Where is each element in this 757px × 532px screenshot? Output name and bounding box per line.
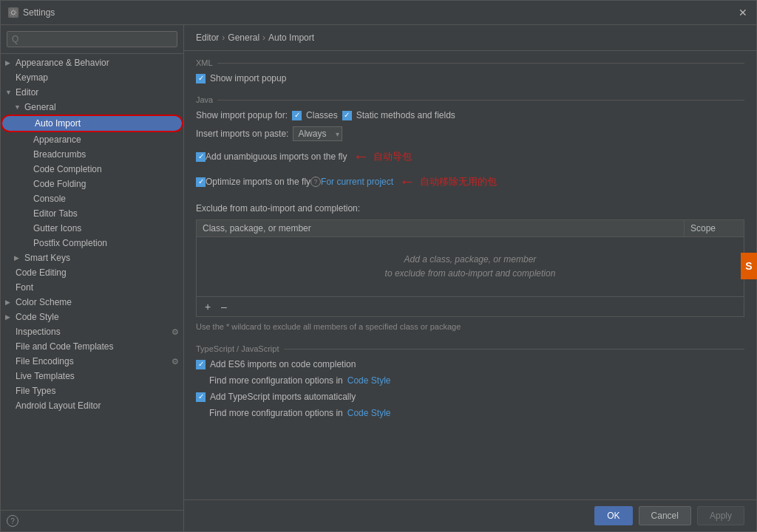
- xml-section: XML ✓ Show import popup: [196, 58, 744, 83]
- java-section: Java Show import popup for: ✓ Classes ✓ …: [196, 95, 744, 191]
- show-import-popup-java-row: Show import popup for: ✓ Classes ✓ Stati…: [196, 110, 744, 120]
- sidebar-item-font[interactable]: Font: [1, 280, 183, 295]
- breadcrumb-editor: Editor: [196, 33, 219, 43]
- table-col-class: Class, package, or member: [197, 220, 685, 236]
- sidebar-item-smart-keys[interactable]: ▶ Smart Keys: [1, 250, 183, 265]
- sidebar-item-general[interactable]: ▼ General: [1, 100, 183, 115]
- sidebar-item-postfix-completion[interactable]: Postfix Completion: [1, 236, 183, 250]
- arrow-icon: ▼: [14, 103, 21, 111]
- file-encodings-settings-icon: ⚙: [172, 357, 179, 366]
- add-es6-label: Add ES6 imports on code completion: [210, 359, 356, 369]
- svg-point-0: [12, 11, 16, 15]
- sidebar-item-console[interactable]: Console: [1, 191, 183, 206]
- search-box: [1, 25, 183, 54]
- titlebar: Settings ✕: [1, 1, 756, 25]
- inspections-settings-icon: ⚙: [172, 327, 179, 337]
- arrow-spacer: [5, 387, 13, 395]
- sidebar-item-file-types[interactable]: File Types: [1, 383, 183, 398]
- arrow-spacer: [24, 120, 32, 127]
- sidebar-item-inspections[interactable]: Inspections ⚙: [1, 324, 183, 339]
- cancel-button[interactable]: Cancel: [639, 506, 691, 525]
- arrow-icon: ▶: [5, 59, 13, 66]
- sidebar-item-live-templates[interactable]: Live Templates: [1, 369, 183, 383]
- for-current-project-label: For current project: [321, 177, 393, 187]
- optimize-imports-help[interactable]: ?: [310, 177, 321, 187]
- annotation-text-2: 自动移除无用的包: [420, 175, 497, 188]
- arrow-spacer: [23, 136, 30, 143]
- find-more-label1: Find more configuration options in: [209, 375, 343, 386]
- exclude-table: Class, package, or member Scope Add a cl…: [196, 219, 744, 317]
- show-import-for-label: Show import popup for:: [196, 110, 288, 120]
- sidebar-item-android-layout-editor[interactable]: Android Layout Editor: [1, 398, 183, 413]
- arrow-spacer: [5, 372, 13, 380]
- annotation-text-1: 自动导包: [373, 150, 412, 163]
- wildcard-hint: Use the * wildcard to exclude all member…: [196, 321, 744, 332]
- sidebar-item-file-encodings[interactable]: File Encodings ⚙: [1, 354, 183, 369]
- optimize-imports-label: Optimize imports on the fly: [206, 177, 310, 187]
- show-import-popup-row: ✓ Show import popup: [196, 73, 744, 83]
- add-unambiguous-label: Add unambiguous imports on the fly: [206, 151, 347, 162]
- sidebar-item-appearance[interactable]: Appearance: [1, 132, 183, 147]
- sidebar-item-code-style[interactable]: ▶ Code Style: [1, 310, 183, 324]
- search-input[interactable]: [7, 31, 177, 47]
- show-import-popup-label: Show import popup: [210, 73, 286, 83]
- sidebar-item-code-folding[interactable]: Code Folding: [1, 177, 183, 191]
- table-toolbar: + –: [197, 296, 744, 316]
- optimize-imports-checkbox[interactable]: ✓: [196, 177, 206, 187]
- sidebar-item-code-completion[interactable]: Code Completion: [1, 162, 183, 177]
- sidebar-item-appearance-behavior[interactable]: ▶ Appearance & Behavior: [1, 55, 183, 70]
- add-button[interactable]: +: [201, 300, 214, 313]
- find-more-ts-row2: Find more configuration options in Code …: [196, 408, 744, 418]
- sidebar-item-file-code-templates[interactable]: File and Code Templates: [1, 339, 183, 354]
- sidebar-item-color-scheme[interactable]: ▶ Color Scheme: [1, 295, 183, 310]
- show-import-popup-checkbox[interactable]: ✓: [196, 74, 206, 83]
- find-more-ts-row1: Find more configuration options in Code …: [196, 375, 744, 386]
- annotation-arrow-2: ←: [399, 172, 415, 191]
- breadcrumb-sep2: ›: [262, 33, 265, 43]
- arrow-spacer: [5, 269, 13, 276]
- titlebar-left: Settings: [8, 7, 55, 18]
- sidebar: ▶ Appearance & Behavior Keymap ▼ Editor …: [1, 25, 184, 531]
- table-header: Class, package, or member Scope: [197, 220, 744, 237]
- annotation-arrow-1: ←: [353, 147, 369, 166]
- exclude-section: Exclude from auto-import and completion:…: [196, 203, 744, 332]
- sidebar-item-keymap[interactable]: Keymap: [1, 70, 183, 85]
- arrow-spacer: [23, 180, 30, 188]
- sidebar-bottom: ?: [1, 510, 183, 531]
- table-empty-line1: Add a class, package, or member: [404, 253, 537, 267]
- java-section-title: Java: [196, 95, 744, 104]
- ok-button[interactable]: OK: [594, 506, 632, 525]
- code-style-link2[interactable]: Code Style: [347, 408, 391, 418]
- apply-button[interactable]: Apply: [697, 506, 744, 525]
- close-button[interactable]: ✕: [737, 7, 749, 18]
- main-content: ▶ Appearance & Behavior Keymap ▼ Editor …: [1, 25, 756, 531]
- code-style-link1[interactable]: Code Style: [347, 375, 391, 386]
- arrow-spacer: [5, 358, 13, 365]
- static-methods-checkbox[interactable]: ✓: [342, 111, 352, 120]
- add-unambiguous-checkbox[interactable]: ✓: [196, 152, 206, 162]
- sidebar-item-gutter-icons[interactable]: Gutter Icons: [1, 221, 183, 236]
- typescript-section-title: TypeScript / JavaScript: [196, 344, 744, 353]
- insert-imports-select[interactable]: Always Ask Never: [293, 126, 342, 141]
- arrow-icon: ▶: [5, 313, 13, 321]
- footer: OK Cancel Apply: [184, 499, 756, 531]
- sidebar-item-editor[interactable]: ▼ Editor: [1, 85, 183, 100]
- add-unambiguous-row: ✓ Add unambiguous imports on the fly ← 自…: [196, 147, 744, 166]
- classes-checkbox[interactable]: ✓: [292, 111, 302, 120]
- settings-icon: [8, 7, 18, 18]
- exclude-label: Exclude from auto-import and completion:: [196, 203, 360, 214]
- sidebar-item-code-editing[interactable]: Code Editing: [1, 265, 183, 280]
- add-typescript-checkbox[interactable]: ✓: [196, 392, 206, 402]
- settings-window: Settings ✕ ▶ Appearance & Behavior Keyma…: [0, 0, 757, 532]
- brand-logo: S: [741, 253, 757, 279]
- remove-button[interactable]: –: [217, 300, 231, 313]
- table-body: Add a class, package, or member to exclu…: [197, 237, 744, 296]
- help-button[interactable]: ?: [7, 515, 18, 527]
- sidebar-item-breadcrumbs[interactable]: Breadcrumbs: [1, 147, 183, 162]
- add-es6-checkbox[interactable]: ✓: [196, 360, 206, 369]
- sidebar-item-editor-tabs[interactable]: Editor Tabs: [1, 206, 183, 221]
- arrow-spacer: [23, 195, 30, 202]
- arrow-spacer: [5, 328, 13, 335]
- sidebar-item-auto-import[interactable]: Auto Import: [1, 115, 183, 132]
- insert-imports-row: Insert imports on paste: Always Ask Neve…: [196, 126, 744, 141]
